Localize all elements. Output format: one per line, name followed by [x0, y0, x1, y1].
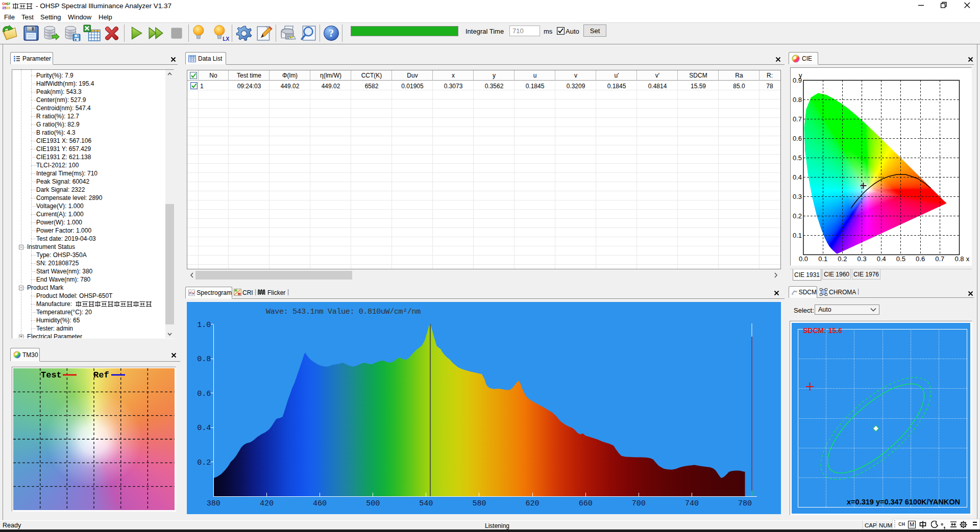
svg-text:420: 420: [260, 499, 274, 508]
svg-text:0.6: 0.6: [793, 135, 802, 142]
svg-text:0.2: 0.2: [793, 212, 802, 220]
svg-text:Wave: 543.1nm Value: 0.810uW/c: Wave: 543.1nm Value: 0.810uW/cm²/nm: [266, 308, 421, 316]
svg-text:620: 620: [525, 499, 539, 508]
svg-text:0.7: 0.7: [935, 255, 944, 263]
svg-text:0.4: 0.4: [877, 255, 886, 263]
svg-text:Test: Test: [41, 370, 62, 380]
svg-text:740: 740: [685, 499, 699, 508]
svg-text:LX: LX: [223, 36, 229, 42]
svg-text:580: 580: [472, 499, 486, 508]
svg-text:0X: 0X: [6, 6, 10, 10]
svg-text:Ref: Ref: [93, 370, 109, 380]
svg-text:0.4: 0.4: [197, 424, 211, 433]
svg-text:0.8: 0.8: [793, 96, 802, 104]
svg-text:0.5: 0.5: [793, 154, 802, 162]
svg-text:0.8: 0.8: [954, 255, 964, 263]
svg-text:700: 700: [632, 499, 646, 508]
svg-text:500: 500: [366, 499, 380, 508]
svg-text:?: ?: [329, 28, 334, 39]
svg-text:0.1: 0.1: [818, 255, 827, 263]
svg-text:0.2: 0.2: [197, 459, 211, 467]
svg-text:0.1: 0.1: [793, 232, 802, 239]
svg-text:0.0: 0.0: [799, 255, 808, 263]
svg-text:0.9: 0.9: [793, 77, 802, 84]
svg-text:0.5: 0.5: [896, 255, 905, 263]
svg-text:0.2: 0.2: [838, 255, 847, 263]
svg-text:780: 780: [738, 499, 752, 508]
svg-text:SP: SP: [6, 2, 10, 6]
svg-text:0.3: 0.3: [793, 193, 802, 200]
svg-text:660: 660: [579, 499, 593, 508]
svg-text:0.4: 0.4: [793, 173, 802, 181]
svg-text:0.7: 0.7: [793, 115, 802, 123]
svg-text:540: 540: [419, 499, 433, 508]
svg-text:460: 460: [313, 499, 327, 508]
svg-text:SDCM: 15.6: SDCM: 15.6: [803, 326, 842, 335]
svg-text:0.6: 0.6: [916, 255, 925, 263]
svg-text:x=0.319 y=0.347 6100K/YANKON: x=0.319 y=0.347 6100K/YANKON: [847, 498, 960, 506]
svg-text:380: 380: [207, 499, 220, 508]
svg-text:0.3: 0.3: [857, 255, 867, 263]
svg-text:1.0: 1.0: [197, 321, 211, 330]
svg-text:35: 35: [2, 6, 6, 10]
svg-text:x: x: [966, 255, 970, 263]
svg-text:0.6: 0.6: [197, 390, 211, 398]
svg-text:0.8: 0.8: [197, 355, 211, 364]
